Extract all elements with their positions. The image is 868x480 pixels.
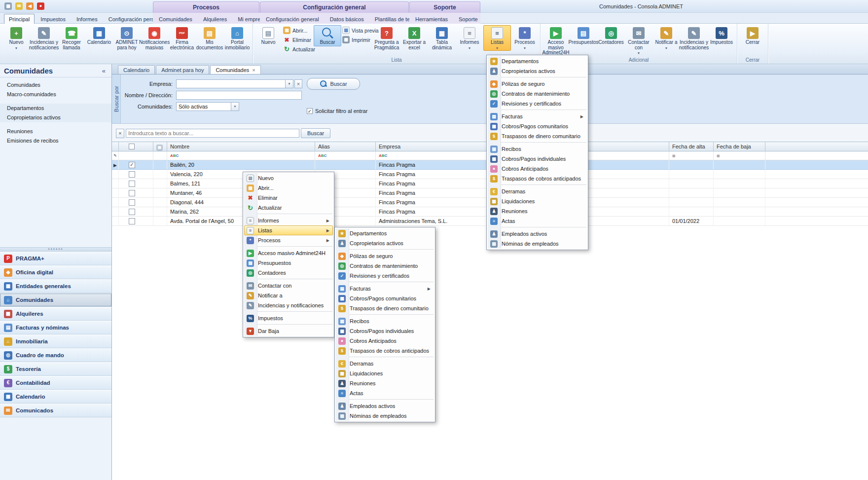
ribbon-button[interactable]: Procesos ▼ (511, 25, 539, 51)
document-tab[interactable]: Comunidades × (210, 65, 260, 74)
menu-item[interactable]: Departamentos ▶ (336, 228, 434, 238)
sidebar-item[interactable]: Emisiones de recibos (0, 136, 111, 146)
column-header-fecha-alta[interactable]: Fecha de alta (669, 142, 714, 151)
column-header-fecha-baja[interactable]: Fecha de baja (714, 142, 765, 151)
menu-item[interactable]: Actualizar ▶ (244, 203, 333, 213)
collapse-sidebar-icon[interactable]: « (100, 67, 108, 74)
ribbon-button[interactable]: Contactar con ▼ (625, 25, 652, 56)
icon-column-header[interactable] (153, 142, 167, 151)
column-header-alias[interactable]: Alias (315, 142, 376, 151)
ribbon-button[interactable]: Nuevo ▼ (254, 25, 282, 46)
mail-icon[interactable] (15, 2, 23, 10)
ribbon-button[interactable]: Acceso masivo Adminet24H ▼ (542, 25, 570, 57)
ribbon-button[interactable]: Incidencias y notificaciones ▼ (30, 25, 58, 51)
menu-item[interactable]: Cobros Anticipados ▶ (336, 336, 434, 346)
clear-search-button[interactable]: × (116, 129, 124, 138)
row-checkbox[interactable] (129, 190, 135, 196)
nav-item[interactable]: Entidades generales (0, 279, 111, 293)
ribbon-button[interactable]: Tabla dinámica ▼ (428, 25, 456, 51)
menu-item[interactable]: Nóminas de empleados ▶ (488, 239, 587, 249)
menu-item[interactable]: Notificar a ▶ (244, 291, 333, 300)
menu-item[interactable]: Pólizas de seguro ▶ (488, 79, 587, 89)
nav-item[interactable]: Calendario (0, 390, 111, 404)
ribbon-button[interactable]: Nuevo ▼ (2, 25, 30, 51)
document-tab[interactable]: Adminet para hoy × (156, 65, 209, 74)
sidebar-item[interactable]: Reuniones (0, 127, 111, 136)
menu-item[interactable]: Actas ▶ (488, 216, 587, 226)
chevron-down-icon[interactable]: ▼ (231, 102, 239, 111)
menu-item[interactable]: Abrir... ▶ (244, 183, 333, 193)
menu-item[interactable]: Copropietarios activos ▶ (336, 238, 434, 248)
ribbon-button[interactable]: Calendario ▼ (85, 25, 113, 46)
search-buscar-button[interactable]: Buscar (301, 128, 330, 138)
menu-item[interactable]: Cobros/Pagos comunitarios ▶ (336, 294, 434, 303)
menu-item[interactable]: Presupuestos ▶ (244, 258, 333, 268)
menu-item[interactable]: Copropietarios activos ▶ (488, 66, 587, 76)
solicitar-filtro-checkbox[interactable] (307, 108, 313, 114)
ribbon-button[interactable]: Impuestos ▼ (708, 25, 735, 46)
menu-item[interactable]: Revisiones y certificados ▶ (336, 271, 434, 281)
ribbon-button[interactable]: Firma electrónica ▼ (168, 25, 196, 51)
ribbon-small-button[interactable]: Eliminar (283, 36, 313, 43)
row-checkbox[interactable] (129, 209, 135, 215)
menu-item[interactable]: Actas ▶ (336, 388, 434, 398)
nav-item[interactable]: Comunidades (0, 293, 111, 307)
menu-item[interactable]: Derramas ▶ (336, 359, 434, 369)
nav-item[interactable]: Facturas y nóminas (0, 321, 111, 334)
menu-item[interactable]: Facturas ▶ (336, 284, 434, 294)
menu-item[interactable]: Contratos de mantenimiento ▶ (488, 89, 587, 99)
menu-item[interactable]: Cobros/Pagos individuales ▶ (488, 154, 587, 164)
ribbon-button[interactable]: ADMINET para hoy ▼ (113, 25, 141, 51)
ribbon-small-button[interactable]: Abrir... (283, 27, 313, 34)
menu-item[interactable]: Listas ▶ (244, 225, 333, 235)
menu-item[interactable]: Incidencias y notificaciones ▶ (244, 300, 333, 310)
menu-item[interactable]: Recibos ▶ (336, 316, 434, 326)
menu-item[interactable]: Liquidaciones ▶ (488, 196, 587, 206)
empresa-input[interactable] (176, 79, 286, 88)
filter-fecha-baja-cell[interactable]: = (714, 151, 765, 160)
menu-item[interactable]: Eliminar ▶ (244, 193, 333, 203)
ribbon-button[interactable]: Buscar ▼ (314, 25, 341, 46)
ribbon-button[interactable]: Presupuestos ▼ (570, 25, 597, 46)
ribbon-button[interactable]: Cerrar ▼ (739, 25, 766, 46)
menu-item[interactable]: Procesos ▶ (244, 235, 333, 245)
menu-item[interactable]: Cobros Anticipados ▶ (488, 164, 587, 174)
ribbon-tab[interactable]: Impuestos (36, 14, 71, 24)
filter-alias-cell[interactable]: ABC (315, 151, 376, 160)
sidebar-item[interactable]: Macro-comunidades (0, 90, 111, 99)
menu-item[interactable]: Liquidaciones ▶ (336, 369, 434, 378)
ribbon-button[interactable]: Notificaciones masivas ▼ (141, 25, 168, 51)
ribbon-tab[interactable]: Comunidades (154, 14, 197, 24)
menu-item[interactable]: Dar Baja ▶ (244, 326, 333, 336)
menu-item[interactable]: Traspasos de cobros anticipados ▶ (336, 346, 434, 356)
filter-fecha-alta-cell[interactable]: = (669, 151, 714, 160)
ribbon-button[interactable]: Exportar a excel ▼ (400, 25, 428, 51)
nav-item[interactable]: Tesorería (0, 362, 111, 376)
row-checkbox[interactable] (129, 181, 135, 187)
ribbon-button[interactable]: Informes ▼ (456, 25, 483, 51)
document-tab[interactable]: Calendario × (118, 65, 155, 74)
comunidades-select[interactable] (176, 102, 231, 111)
menu-item[interactable]: Nóminas de empleados ▶ (336, 411, 434, 421)
ribbon-button[interactable]: Listas ▼ (483, 25, 511, 51)
nav-item[interactable]: Comunicados (0, 404, 111, 417)
menu-item[interactable]: Contactar con ▶ (244, 281, 333, 291)
ribbon-tab[interactable]: Datos básicos (325, 14, 369, 24)
menu-item[interactable]: Cobros/Pagos individuales ▶ (336, 326, 434, 336)
menu-item[interactable]: Informes ▶ (244, 216, 333, 225)
ribbon-tab[interactable]: Configuración general (261, 14, 324, 24)
panel-buscar-button[interactable]: Buscar (307, 78, 360, 90)
clear-empresa-button[interactable]: × (294, 79, 302, 88)
ribbon-button[interactable]: Recoger llamada ▼ (58, 25, 85, 51)
menu-item[interactable]: Impuestos ▶ (244, 313, 333, 323)
sidebar-item[interactable]: Copropietarios activos (0, 113, 111, 122)
empresa-combo[interactable]: ▼ (176, 79, 293, 88)
nav-item[interactable]: Cuadro de mando (0, 348, 111, 362)
ribbon-tab[interactable]: Soporte (454, 14, 483, 24)
menu-item[interactable]: Reuniones ▶ (488, 206, 587, 216)
ribbon-small-button[interactable]: Imprimir (342, 36, 372, 43)
ribbon-tab[interactable]: Informes (72, 14, 103, 24)
speaker-icon[interactable] (26, 2, 34, 10)
menu-item[interactable]: Traspasos de cobros anticipados ▶ (488, 174, 587, 184)
grid-app-icon[interactable] (4, 2, 12, 10)
